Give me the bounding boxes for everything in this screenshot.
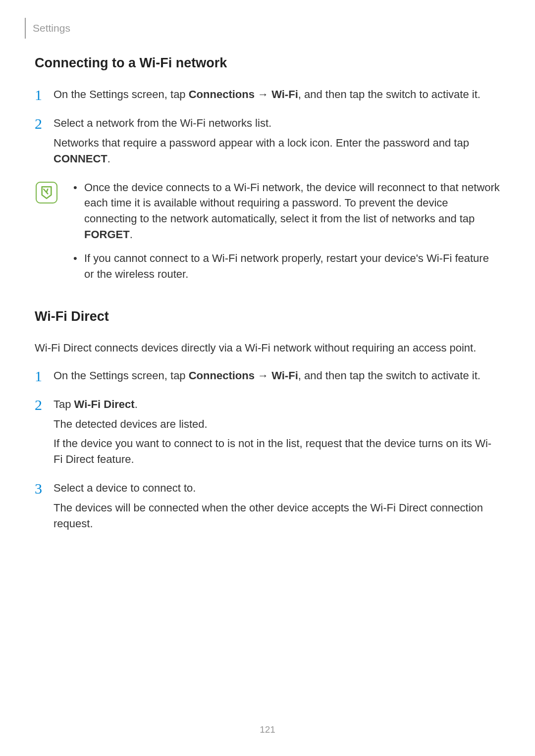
note-icon [36, 182, 57, 203]
text-bold: FORGET [84, 228, 130, 241]
note-bullet: Once the device connects to a Wi-Fi netw… [69, 180, 500, 243]
step-body: On the Settings screen, tap Connections … [54, 87, 500, 106]
step-body: Tap Wi-Fi Direct. The detected devices a… [54, 397, 500, 472]
breadcrumb: Settings [25, 18, 70, 39]
step-1: 1 On the Settings screen, tap Connection… [35, 368, 500, 388]
section-title-connecting: Connecting to a Wi-Fi network [35, 55, 500, 71]
text: The detected devices are listed. [54, 416, 500, 432]
step-2: 2 Tap Wi-Fi Direct. The detected devices… [35, 397, 500, 472]
step-number: 3 [35, 480, 54, 536]
step-number: 2 [35, 115, 54, 171]
text-bold: Wi-Fi [271, 369, 298, 382]
text: . [130, 228, 133, 241]
intro-text: Wi-Fi Direct connects devices directly v… [35, 340, 500, 356]
breadcrumb-divider [25, 18, 26, 39]
note-block: Once the device connects to a Wi-Fi netw… [35, 180, 500, 290]
section-title-wifi-direct: Wi-Fi Direct [35, 309, 500, 324]
text: Select a device to connect to. [54, 480, 500, 496]
text: Once the device connects to a Wi-Fi netw… [84, 181, 500, 225]
text: Tap [54, 398, 74, 410]
step-1: 1 On the Settings screen, tap Connection… [35, 87, 500, 106]
arrow: → [255, 88, 271, 101]
text-bold: Wi-Fi Direct [74, 398, 135, 410]
step-body: Select a network from the Wi-Fi networks… [54, 115, 500, 171]
text: The devices will be connected when the o… [54, 500, 500, 532]
text-bold: Wi-Fi [271, 88, 298, 101]
step-3: 3 Select a device to connect to. The dev… [35, 480, 500, 536]
text-bold: CONNECT [54, 152, 107, 165]
text: On the Settings screen, tap [54, 88, 189, 101]
breadcrumb-text: Settings [33, 22, 70, 34]
note-bullet: If you cannot connect to a Wi-Fi network… [69, 251, 500, 282]
arrow: → [255, 369, 271, 382]
text: . [107, 152, 110, 165]
step-number: 2 [35, 397, 54, 472]
page-number: 121 [0, 724, 535, 735]
step-body: On the Settings screen, tap Connections … [54, 368, 500, 388]
text: . [135, 398, 138, 410]
step-number: 1 [35, 87, 54, 106]
note-list: Once the device connects to a Wi-Fi netw… [69, 180, 500, 290]
text: If the device you want to connect to is … [54, 436, 500, 467]
text: On the Settings screen, tap [54, 369, 189, 382]
text-bold: Connections [189, 369, 255, 382]
text: , and then tap the switch to activate it… [298, 369, 481, 382]
text: Networks that require a password appear … [54, 137, 469, 149]
step-number: 1 [35, 368, 54, 388]
step-2: 2 Select a network from the Wi-Fi networ… [35, 115, 500, 171]
text: Select a network from the Wi-Fi networks… [54, 115, 500, 131]
step-body: Select a device to connect to. The devic… [54, 480, 500, 536]
page-content: Connecting to a Wi-Fi network 1 On the S… [35, 55, 500, 545]
text-bold: Connections [189, 88, 255, 101]
text: , and then tap the switch to activate it… [298, 88, 481, 101]
section-wifi-direct: Wi-Fi Direct Wi-Fi Direct connects devic… [35, 309, 500, 536]
